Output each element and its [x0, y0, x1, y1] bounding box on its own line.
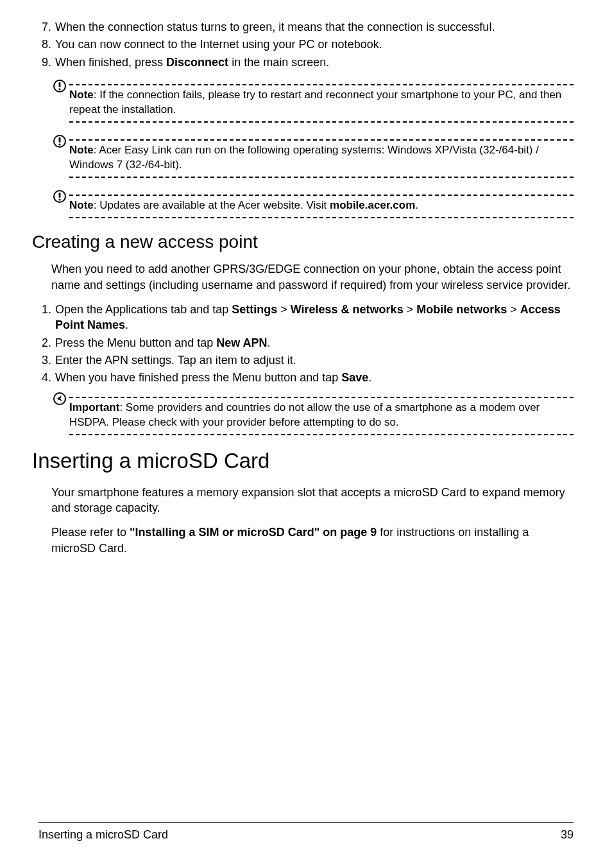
svg-point-5 — [58, 143, 60, 145]
step-number: 8. — [38, 37, 55, 52]
pin-icon — [53, 392, 67, 406]
page-footer: Inserting a microSD Card 39 — [38, 822, 574, 842]
step-text: When the connection status turns to gree… — [55, 19, 574, 35]
step-8: 8. You can now connect to the Internet u… — [38, 37, 574, 52]
step-number: 4. — [38, 370, 55, 385]
section-heading-microsd: Inserting a microSD Card — [32, 447, 574, 476]
step-3: 3. Enter the APN settings. Tap an item t… — [38, 352, 574, 368]
step-text: Press the Menu button and tap New APN. — [55, 335, 574, 351]
cross-reference-link[interactable]: "Installing a SIM or microSD Card" on pa… — [130, 526, 377, 539]
paragraph-access-point-intro: When you need to add another GPRS/3G/EDG… — [51, 261, 574, 293]
info-icon — [53, 79, 67, 93]
step-text: Enter the APN settings. Tap an item to a… — [55, 352, 574, 368]
step-text: Open the Applications tab and tap Settin… — [55, 302, 574, 333]
paragraph-microsd-ref: Please refer to "Installing a SIM or mic… — [51, 525, 574, 556]
step-text: When finished, press Disconnect in the m… — [55, 55, 574, 70]
footer-section-title: Inserting a microSD Card — [38, 827, 168, 842]
subheading-creating-access-point: Creating a new access point — [32, 230, 574, 254]
step-number: 3. — [38, 352, 55, 368]
step-list-top: 7. When the connection status turns to g… — [38, 19, 574, 70]
svg-rect-1 — [59, 82, 61, 87]
paragraph-microsd-intro: Your smartphone features a memory expans… — [51, 485, 574, 516]
note-text: Note: Acer Easy Link can run on the foll… — [53, 134, 574, 175]
step-7: 7. When the connection status turns to g… — [38, 19, 574, 35]
note-block-1: Note: If the connection fails, please tr… — [53, 79, 574, 120]
info-icon — [53, 134, 67, 148]
step-9: 9. When finished, press Disconnect in th… — [38, 55, 574, 70]
note-block-2: Note: Acer Easy Link can run on the foll… — [53, 134, 574, 175]
step-number: 2. — [38, 335, 55, 351]
svg-point-8 — [58, 198, 60, 200]
important-block: Important: Some providers and countries … — [53, 392, 574, 433]
important-text: Important: Some providers and countries … — [53, 392, 574, 433]
svg-point-2 — [58, 88, 60, 90]
step-1: 1. Open the Applications tab and tap Set… — [38, 302, 574, 333]
step-number: 7. — [38, 19, 55, 35]
step-number: 9. — [38, 55, 55, 70]
info-icon — [53, 189, 67, 204]
svg-rect-4 — [59, 137, 61, 143]
svg-rect-7 — [59, 193, 61, 198]
note-text: Note: Updates are available at the Acer … — [53, 189, 574, 216]
step-list-mid: 1. Open the Applications tab and tap Set… — [38, 302, 574, 385]
note-link[interactable]: mobile.acer.com — [330, 199, 415, 211]
step-4: 4. When you have finished press the Menu… — [38, 370, 574, 385]
note-block-3: Note: Updates are available at the Acer … — [53, 189, 574, 216]
step-number: 1. — [38, 302, 55, 333]
note-text: Note: If the connection fails, please tr… — [53, 79, 574, 120]
step-text: When you have finished press the Menu bu… — [55, 370, 574, 385]
step-text: You can now connect to the Internet usin… — [55, 37, 574, 52]
footer-page-number: 39 — [561, 827, 574, 842]
step-2: 2. Press the Menu button and tap New APN… — [38, 335, 574, 351]
